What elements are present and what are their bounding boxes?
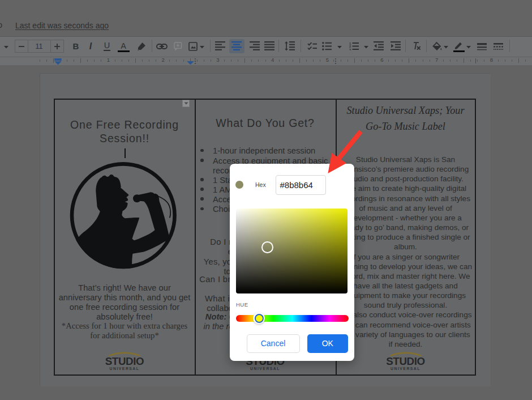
svg-text:3: 3 <box>349 48 351 50</box>
